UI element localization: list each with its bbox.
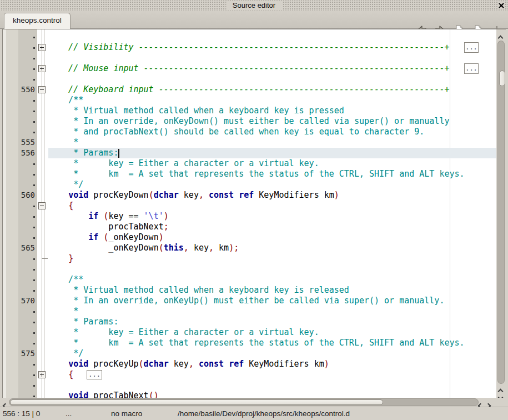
code-line[interactable]: // Keyboard input ----------------------…	[48, 84, 496, 95]
code-token: *	[48, 137, 78, 147]
code-line[interactable]: * key = Either a character or a virtual …	[48, 327, 496, 338]
fold-expand-button[interactable]	[38, 371, 46, 378]
line-marker[interactable]	[18, 369, 37, 380]
line-marker[interactable]	[18, 63, 37, 74]
marker-gutter[interactable]	[6, 29, 18, 398]
code-line[interactable]: * Virtual method called when a keyboard …	[48, 285, 496, 296]
line-number[interactable]: 575	[18, 348, 37, 359]
vertical-scrollbar-thumb[interactable]	[499, 71, 505, 86]
code-line[interactable]: * Virtual method called when a keyboard …	[48, 106, 496, 116]
fold-expand-button[interactable]	[38, 44, 46, 51]
line-marker[interactable]	[18, 359, 37, 369]
code-line[interactable]	[48, 32, 496, 42]
code-line[interactable]: * km = A set that represents the status …	[48, 169, 496, 179]
line-marker[interactable]	[18, 127, 37, 137]
code-token: * In an override, onKeyUp() must either …	[48, 296, 444, 306]
code-line[interactable]: // Visibility --------------------------…	[48, 42, 496, 53]
line-number[interactable]: 555	[18, 137, 37, 148]
code-line[interactable]: void procKeyDown(dchar key, const ref Ke…	[48, 190, 496, 201]
code-line[interactable]	[48, 380, 496, 391]
line-marker[interactable]	[18, 106, 37, 116]
code-line[interactable]: */	[48, 179, 496, 190]
line-marker[interactable]	[18, 274, 37, 285]
code-line[interactable]: * In an override, onKeyDown() must eithe…	[48, 116, 496, 127]
code-token: * Params:	[48, 317, 118, 327]
close-button[interactable]	[498, 2, 505, 9]
code-line[interactable]: *	[48, 306, 496, 317]
line-number[interactable]: 565	[18, 243, 37, 253]
code-line[interactable]: /**	[48, 95, 496, 106]
line-marker[interactable]	[18, 222, 37, 232]
code-line[interactable]: {	[48, 201, 496, 211]
code-line[interactable]: if (_onKeyDown)	[48, 232, 496, 243]
line-marker[interactable]	[18, 53, 37, 63]
code-line[interactable]: * key = Either a character or a virtual …	[48, 158, 496, 169]
fold-collapse-button[interactable]	[38, 86, 46, 93]
code-line[interactable]: * Params:	[48, 148, 496, 158]
vertical-scrollbar[interactable]	[496, 29, 506, 398]
line-number[interactable]: 560	[18, 190, 37, 201]
line-marker[interactable]	[18, 42, 37, 53]
code-line[interactable]: *	[48, 137, 496, 148]
fold-expand-button[interactable]	[38, 65, 46, 72]
line-marker[interactable]	[18, 338, 37, 348]
code-line[interactable]: _onKeyDown(this, key, km);	[48, 243, 496, 253]
code-token: ref	[229, 359, 244, 369]
line-number[interactable]: 556	[18, 148, 37, 158]
code-line[interactable]	[48, 264, 496, 274]
code-line[interactable]: */	[48, 348, 496, 359]
code-line[interactable]: /**	[48, 274, 496, 285]
fold-gutter[interactable]	[37, 29, 48, 398]
line-marker[interactable]	[18, 32, 37, 42]
line-marker[interactable]	[18, 95, 37, 106]
line-marker[interactable]	[18, 232, 37, 243]
tab-kheops-control[interactable]: kheops.control	[4, 13, 71, 29]
code-line[interactable]: // Mouse input -------------------------…	[48, 63, 496, 74]
line-dot-icon	[33, 290, 35, 292]
line-marker[interactable]	[18, 211, 37, 222]
line-marker[interactable]	[18, 253, 37, 264]
code-line[interactable]: void procKeyUp(dchar key, const ref KeyM…	[48, 359, 496, 369]
fold-collapse-button[interactable]	[38, 202, 46, 209]
line-number[interactable]: 570	[18, 296, 37, 306]
code-line[interactable]: {...	[48, 369, 496, 380]
code-line[interactable]: }	[48, 253, 496, 264]
code-line[interactable]: * km = A set that represents the status …	[48, 338, 496, 348]
code-token: dchar	[144, 359, 169, 369]
line-marker[interactable]	[18, 116, 37, 127]
line-marker[interactable]	[18, 391, 37, 398]
line-marker[interactable]	[18, 327, 37, 338]
line-marker[interactable]	[18, 179, 37, 190]
code-line[interactable]	[48, 74, 496, 84]
code-line[interactable]: * In an override, onKeyUp() must either …	[48, 296, 496, 306]
line-marker[interactable]	[18, 169, 37, 179]
line-marker[interactable]	[18, 380, 37, 391]
line-marker[interactable]	[18, 201, 37, 211]
line-marker[interactable]	[18, 306, 37, 317]
code-area[interactable]: // Visibility --------------------------…	[48, 29, 496, 398]
line-marker[interactable]	[18, 317, 37, 327]
line-marker[interactable]	[18, 158, 37, 169]
vertical-scrollbar-track[interactable]	[497, 41, 505, 384]
line-number[interactable]: 550	[18, 84, 37, 95]
code-line[interactable]: * Params:	[48, 317, 496, 327]
code-token: procTabNext	[48, 222, 164, 232]
horizontal-scrollbar-track[interactable]	[9, 398, 479, 406]
code-line[interactable]: void procTabNext()	[48, 391, 496, 398]
line-marker[interactable]	[18, 285, 37, 296]
line-number-gutter[interactable]: 550555556560565570575	[18, 29, 37, 398]
line-marker[interactable]	[18, 74, 37, 84]
collapsed-fold-box[interactable]: ...	[464, 42, 479, 53]
collapsed-fold-box[interactable]: ...	[464, 63, 479, 74]
line-dot-icon	[33, 343, 35, 344]
horizontal-scrollbar[interactable]	[2, 398, 496, 407]
code-line[interactable]: procTabNext;	[48, 222, 496, 232]
code-line[interactable]: * and procTabNext() should be called whe…	[48, 127, 496, 137]
horizontal-scrollbar-thumb[interactable]	[10, 399, 383, 405]
code-token	[48, 369, 68, 379]
collapsed-fold-box[interactable]: ...	[87, 370, 102, 379]
code-line[interactable]	[48, 53, 496, 63]
code-line[interactable]: if (key == '\t')	[48, 211, 496, 222]
line-marker[interactable]	[18, 264, 37, 274]
code-token: * km = A set that represents the status …	[48, 338, 465, 348]
